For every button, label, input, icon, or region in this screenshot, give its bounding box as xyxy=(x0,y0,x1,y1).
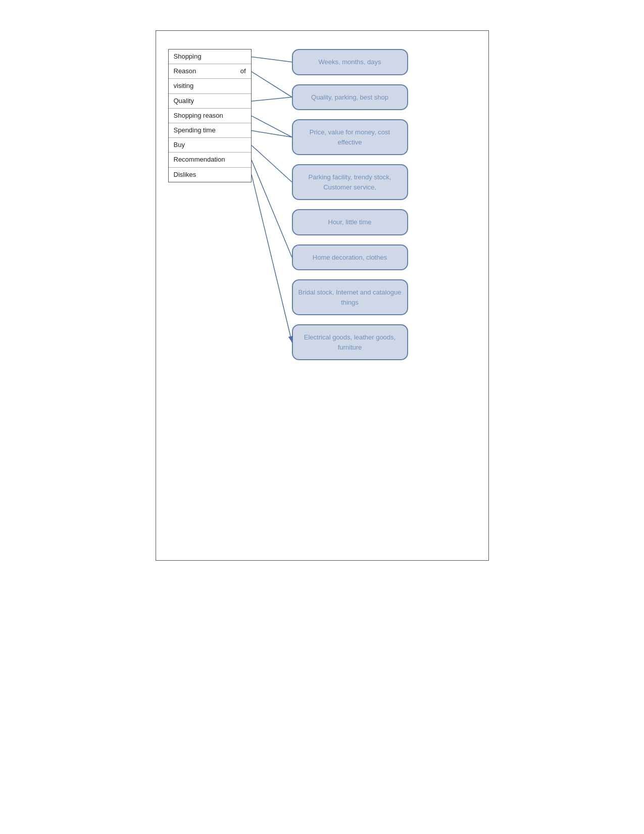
axial-box-2: Price, value for money, cost effective xyxy=(292,119,408,155)
open-item-3: Quality xyxy=(169,94,251,109)
open-coding-list: ShoppingReasonofvisitingQualityShopping … xyxy=(168,49,252,182)
axial-box-5: Home decoration, clothes xyxy=(292,244,408,271)
axial-box-0: Weeks, months, days xyxy=(292,49,408,75)
svg-line-6 xyxy=(252,145,292,182)
svg-line-4 xyxy=(252,116,292,137)
svg-line-7 xyxy=(252,160,292,257)
svg-line-8 xyxy=(252,175,292,342)
open-item-7: Recommendation xyxy=(169,153,251,167)
svg-line-2 xyxy=(252,72,292,97)
svg-line-5 xyxy=(252,131,292,137)
open-item-6: Buy xyxy=(169,138,251,153)
open-item-2: visiting xyxy=(169,79,251,93)
axial-box-7: Electrical goods, leather goods, furnitu… xyxy=(292,324,408,360)
open-item-0: Shopping xyxy=(169,50,251,64)
open-item-8: Dislikes xyxy=(169,168,251,182)
open-item-4: Shopping reason xyxy=(169,109,251,123)
axial-area: Weeks, months, daysQuality, parking, bes… xyxy=(262,49,476,369)
axial-box-4: Hour, little time xyxy=(292,209,408,235)
axial-box-3: Parking facility, trendy stock, Customer… xyxy=(292,164,408,200)
open-item-5: Spending time xyxy=(169,123,251,138)
axial-box-6: Bridal stock, Internet and catalogue thi… xyxy=(292,279,408,315)
svg-line-1 xyxy=(252,57,292,62)
axial-box-1: Quality, parking, best shop xyxy=(292,84,408,111)
open-item-1: Reasonof xyxy=(169,64,251,79)
diagram-area: ShoppingReasonofvisitingQualityShopping … xyxy=(168,49,476,369)
outer-box: ShoppingReasonofvisitingQualityShopping … xyxy=(156,30,489,561)
svg-line-3 xyxy=(252,97,292,101)
